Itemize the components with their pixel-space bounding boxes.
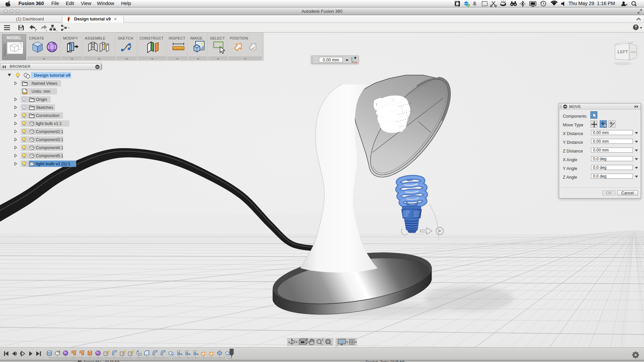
svg-text:Component5:1: Component5:1 [36,154,63,158]
svg-text:Component4:1: Component4:1 [36,145,63,150]
svg-text:Design tutorial v9: Design tutorial v9 [34,73,70,78]
svg-text:Component3:1: Component3:1 [36,137,63,142]
svg-text:Component2:1: Component2:1 [36,129,63,134]
svg-text:Units: mm: Units: mm [32,89,50,94]
svg-text:Named Views: Named Views [32,81,57,86]
svg-text:Construction: Construction [36,113,59,118]
svg-text:LEFT: LEFT [618,50,628,54]
svg-text:Sketches: Sketches [36,105,53,110]
svg-text:FRON: FRON [631,51,636,53]
svg-text:Origin: Origin [36,97,47,102]
svg-text:light bulb v1:1: light bulb v1:1 [36,121,62,126]
svg-text:light bulb v1 (1):1: light bulb v1 (1):1 [36,162,70,166]
